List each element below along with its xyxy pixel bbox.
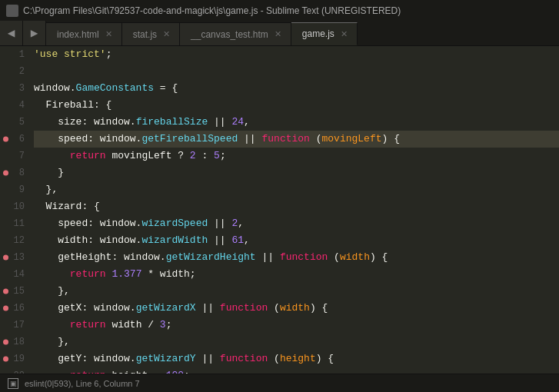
tab-close-canvas[interactable]: ✕: [275, 29, 281, 39]
tab-label-stat: stat.js: [133, 29, 157, 40]
line-num-20: 20: [0, 367, 31, 374]
line-num-18: 18: [0, 334, 31, 350]
line-num-8: 8: [0, 164, 31, 181]
status-text: eslint(0|593), Line 6, Column 7: [25, 379, 140, 388]
line-num-11: 11: [0, 215, 31, 232]
line-num-12: 12: [0, 232, 31, 249]
code-line-11: speed: window.wizardSpeed || 2,: [34, 215, 559, 232]
tab-canvas-test[interactable]: __canvas_test.htm ✕: [180, 22, 291, 45]
code-line-14: return 1.377 * width;: [34, 266, 559, 283]
code-line-10: Wizard: {: [34, 198, 559, 215]
tab-label-index: index.html: [57, 29, 99, 40]
code-line-15: },: [34, 283, 559, 300]
code-line-4: Fireball: {: [34, 97, 559, 114]
tab-index-html[interactable]: index.html ✕: [46, 22, 122, 45]
code-line-18: },: [34, 334, 559, 350]
app-icon: [6, 5, 18, 17]
title-bar: C:\Program Files\Git\792537-code-and-mag…: [0, 0, 559, 22]
tab-game-js[interactable]: game.js ✕: [291, 22, 358, 45]
line-num-17: 17: [0, 317, 31, 334]
line-num-2: 2: [0, 63, 31, 80]
tab-label-canvas: __canvas_test.htm: [191, 29, 268, 40]
code-line-13: getHeight: window.getWizardHeight || fun…: [34, 249, 559, 266]
line-num-7: 7: [0, 148, 31, 164]
line-num-10: 10: [0, 198, 31, 215]
tab-bar: ◀ ▶ index.html ✕ stat.js ✕ __canvas_test…: [0, 22, 559, 46]
line-num-9: 9: [0, 181, 31, 198]
tab-close-stat[interactable]: ✕: [163, 29, 170, 39]
tab-close-index[interactable]: ✕: [105, 29, 112, 39]
code-line-9: },: [34, 181, 559, 198]
code-line-1: 'use strict';: [34, 46, 559, 63]
line-num-4: 4: [0, 97, 31, 114]
code-line-5: size: window.fireballSize || 24,: [34, 114, 559, 131]
line-num-16: 16: [0, 300, 31, 317]
code-line-19: getY: window.getWizardY || function (hei…: [34, 350, 559, 367]
line-num-14: 14: [0, 266, 31, 283]
tab-label-game: game.js: [302, 28, 334, 39]
code-line-20: return height - 100;: [34, 367, 559, 374]
code-line-17: return width / 3;: [34, 317, 559, 334]
line-num-13: 13: [0, 249, 31, 266]
line-num-19: 19: [0, 350, 31, 367]
line-num-6: 6: [0, 131, 31, 148]
line-num-5: 5: [0, 114, 31, 131]
code-line-8: }: [34, 164, 559, 181]
status-icon: ▣: [8, 378, 18, 389]
line-num-15: 15: [0, 283, 31, 300]
editor[interactable]: 1 2 3 4 5 6 7 8 9 10 11 12 13 14 15 16 1…: [0, 46, 559, 374]
code-line-3: window.GameConstants = {: [34, 80, 559, 97]
tab-close-game[interactable]: ✕: [341, 29, 348, 39]
code-line-7: return movingLeft ? 2 : 5;: [34, 148, 559, 164]
code-content[interactable]: 'use strict'; window.GameConstants = { F…: [31, 46, 559, 374]
tab-nav-left[interactable]: ◀: [0, 21, 23, 45]
title-text: C:\Program Files\Git\792537-code-and-mag…: [23, 5, 401, 16]
code-line-2: [34, 63, 559, 80]
code-line-12: width: window.wizardWidth || 61,: [34, 232, 559, 249]
code-line-6: speed: window.getFireballSpeed || functi…: [34, 131, 559, 148]
tab-nav-right[interactable]: ▶: [23, 21, 46, 45]
line-number-gutter: 1 2 3 4 5 6 7 8 9 10 11 12 13 14 15 16 1…: [0, 46, 31, 374]
tab-stat-js[interactable]: stat.js ✕: [122, 22, 180, 45]
code-line-16: getX: window.getWizardX || function (wid…: [34, 300, 559, 317]
line-num-3: 3: [0, 80, 31, 97]
line-num-1: 1: [0, 46, 31, 63]
status-bar: ▣ eslint(0|593), Line 6, Column 7: [0, 374, 559, 392]
